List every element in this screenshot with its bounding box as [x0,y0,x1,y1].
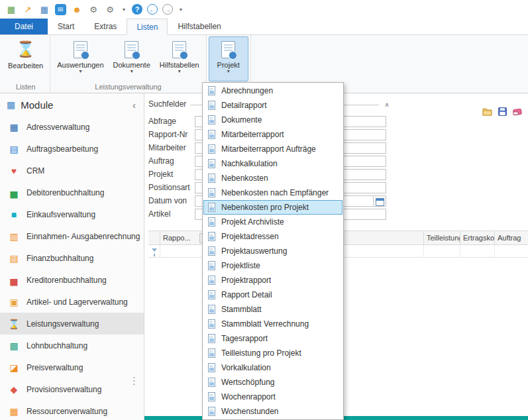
menu-item-projektliste[interactable]: Projektliste [203,258,343,273]
sidebar-item[interactable]: ▣ Artikel- und Lagerverwaltung [0,291,144,313]
sidebar-item[interactable]: ♥ CRM [0,160,144,182]
menu-item-projektrapport[interactable]: Projektrapport [203,273,343,288]
menu-item-stammblatt[interactable]: Stammblatt [203,302,343,317]
auswertungen-button[interactable]: Auswertungen [52,36,108,81]
tab-hilfstabellen[interactable]: Hilfstabellen [168,19,231,34]
sidebar-item[interactable]: ▦ Adressverwaltung [0,116,144,138]
filter-cell[interactable] [148,245,160,257]
forward-icon[interactable]: → [162,4,173,15]
menu-item-wochenstunden[interactable]: Wochenstunden [203,404,343,419]
hilfstabellen-button[interactable]: Hilfstabellen [155,36,204,81]
edit-hourglass-icon: ⌛ [16,39,35,59]
field-label: Mitarbeiter [148,143,195,152]
column-header-label: Auftrag [498,234,521,242]
menu-item-abrechnungen[interactable]: Abrechnungen [203,83,343,98]
back-icon[interactable]: ← [147,4,158,15]
dokumente-button[interactable]: Dokumente [109,36,155,81]
filter-cell[interactable] [460,245,495,257]
report-document-icon [208,217,215,227]
sidebar-item[interactable]: ⌛ Leistungsverwaltung [0,313,144,335]
report-document-icon [208,159,215,168]
menu-item-projektauswertung[interactable]: Projektauswertung [203,244,343,258]
field-label: Artikel [148,209,195,219]
report-document-icon [208,188,215,197]
menu-item-dokumente[interactable]: Dokumente [203,113,343,127]
report-document-icon [208,290,215,299]
ribbon-tab-bar: Datei Start Extras Listen Hilfstabellen [0,19,528,35]
sidebar-item[interactable]: ■ Einkaufsverwaltung [0,203,144,225]
menu-item-rapport-detail[interactable]: Rapport Detail [203,288,343,302]
menu-item-tagesrapport[interactable]: Tagesrapport [203,331,343,346]
sidebar-item[interactable]: ▅ Debitorenbuchhaltung [0,182,144,203]
menu-item-mitarbeiterrapport[interactable]: Mitarbeiterrapport [203,127,343,142]
menu-item-stammblatt-verrechnung[interactable]: Stammblatt Verrechnung [203,317,343,331]
collapse-sidebar-button[interactable] [132,99,136,111]
menu-item-teilleistung-pro-projekt[interactable]: Teilleistung pro Projekt [203,346,343,360]
menu-item-nebenkosten[interactable]: Nebenkosten [203,171,343,185]
sidebar-item[interactable]: ◪ Preisverwaltung [0,356,144,378]
column-header[interactable]: Ertragsko... [460,231,495,244]
employees-icon[interactable]: ☻ [71,3,83,15]
column-header[interactable] [148,231,160,244]
calendar-button[interactable] [373,197,385,205]
sidebar-item[interactable]: ▦ Ressourcenverwaltung [0,400,144,420]
menu-item-projekt-archivliste[interactable]: Projekt Archivliste [203,215,343,229]
filter-cell[interactable] [424,245,460,257]
sidebar-item[interactable]: ▩ Lohnbuchhaltung [0,335,144,356]
save-button[interactable] [496,105,509,118]
sidebar-item[interactable]: ▤ Auftragsbearbeitung [0,138,144,160]
menu-item-wochenrapport[interactable]: Wochenrapport [203,390,343,404]
menu-item-projektadressen[interactable]: Projektadressen [203,229,343,244]
report-document-icon [208,86,215,95]
open-folder-button[interactable] [480,105,494,118]
menu-item-mitarbeiterrapport-auftraege[interactable]: Mitarbeiterrapport Aufträge [203,142,343,156]
collapse-search-panel-icon[interactable] [383,99,391,109]
qat-customize-icon[interactable]: ▾ [178,3,184,15]
report-document-icon [208,334,215,343]
resources-icon: ▦ [8,406,20,417]
menu-item-nebenkosten-nach-empfaenger[interactable]: Nebenkosten nach Empfänger [203,185,343,200]
document-icon [74,41,87,58]
menu-item-label: Teilleistung pro Projekt [221,348,301,358]
tab-datei[interactable]: Datei [0,19,48,34]
menu-item-nebenkosten-pro-projekt[interactable]: Nebenkosten pro Projekt [203,200,343,215]
document-icon [125,41,138,58]
services-gear-icon[interactable]: ⚙ [104,3,116,15]
qat-dropdown-icon[interactable]: ▾ [121,3,127,15]
menu-item-wertschoepfung[interactable]: Wertschöpfung [203,375,343,390]
menu-item-nachkalkulation[interactable]: Nachkalkulation [203,156,343,171]
column-header[interactable]: Teilleistung [424,231,460,244]
search-panel-title: Suchfelder [148,99,186,109]
menu-item-detailrapport[interactable]: Detailrapport [203,98,343,113]
filter-cell[interactable] [495,245,528,257]
sidebar-item[interactable]: ▅ Kreditorenbuchhaltung [0,269,144,291]
tab-listen[interactable]: Listen [127,19,168,35]
column-header[interactable]: Auftrag [495,231,528,244]
sidebar-item-label: Kreditorenbuchhaltung [26,276,107,285]
sidebar-item[interactable]: ◆ Provisionsverwaltung [0,378,144,400]
menu-item-vorkalkulation[interactable]: Vorkalkulation [203,360,343,375]
purchasing-icon: ■ [8,209,20,220]
order-processing-icon: ▤ [8,144,20,154]
tab-start[interactable]: Start [48,19,84,34]
warehouse-boxes-icon: ▣ [8,297,20,307]
help-icon[interactable]: ? [132,4,142,15]
report-document-icon [208,363,215,372]
splitter-handle[interactable] [129,375,139,387]
tab-extras[interactable]: Extras [84,19,127,34]
app-grid-icon[interactable]: ▦ [5,3,17,15]
table-icon[interactable]: ▦ [38,3,50,15]
export-document-icon[interactable]: ↗ [22,3,34,15]
debtors-chart-icon: ▅ [8,187,20,198]
sidebar-item[interactable]: ▥ Einnahmen- Ausgabenrechnung [0,225,144,247]
menu-item-label: Stammblatt Verrechnung [221,319,309,329]
commission-icon: ◆ [8,384,20,395]
eraser-button[interactable] [511,105,524,118]
bearbeiten-button[interactable]: ⌛ Bearbeiten [3,36,48,81]
projekt-button[interactable]: Projekt [209,36,248,81]
chat-icon[interactable]: ✉ [55,4,66,15]
sidebar-item[interactable]: ▤ Finanzbuchhaltung [0,247,144,269]
menu-item-label: Rapport Detail [221,290,272,299]
open-folder-icon [482,107,492,116]
settings-gear-icon[interactable]: ⚙ [87,3,99,15]
